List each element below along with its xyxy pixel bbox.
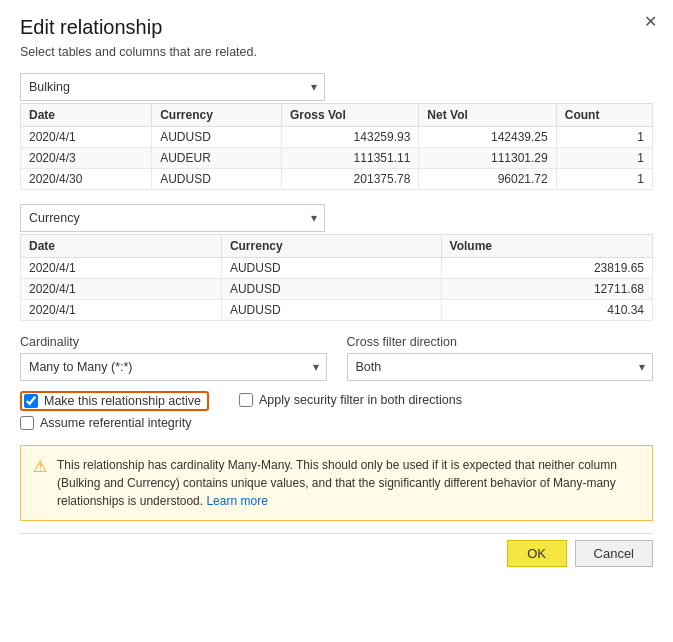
table-cell: 12711.68 (441, 279, 652, 300)
table-cell: 96021.72 (419, 169, 556, 190)
active-checkbox-highlight: Make this relationship active (20, 391, 209, 411)
table-cell: AUDUSD (221, 258, 441, 279)
table-row: 2020/4/1AUDUSD23819.65 (21, 258, 653, 279)
edit-relationship-panel: Edit relationship ✕ Select tables and co… (0, 0, 673, 583)
learn-more-link[interactable]: Learn more (206, 494, 267, 508)
ok-button[interactable]: OK (507, 540, 567, 567)
table-row: 2020/4/1AUDUSD410.34 (21, 300, 653, 321)
table-cell: 410.34 (441, 300, 652, 321)
table1-data-table: Date Currency Gross Vol Net Vol Count 20… (20, 103, 653, 190)
active-checkbox[interactable] (24, 394, 38, 408)
table-cell: 111351.11 (281, 148, 418, 169)
table-cell: 142439.25 (419, 127, 556, 148)
right-checkboxes: Apply security filter in both directions (239, 393, 462, 435)
table-cell: AUDUSD (152, 169, 282, 190)
table-cell: AUDUSD (221, 300, 441, 321)
active-checkbox-label: Make this relationship active (44, 394, 201, 408)
crossfilter-col: Cross filter direction Both (347, 335, 654, 381)
cardinality-col: Cardinality Many to Many (*:*) (20, 335, 327, 381)
crossfilter-dropdown[interactable]: Both (347, 353, 654, 381)
table2-dropdown-wrapper: Currency (20, 204, 325, 232)
table1-col-count: Count (556, 104, 652, 127)
active-checkbox-row: Make this relationship active (20, 391, 209, 411)
warning-icon: ⚠ (33, 457, 47, 476)
table2-dropdown[interactable]: Currency (20, 204, 325, 232)
warning-box: ⚠ This relationship has cardinality Many… (20, 445, 653, 521)
crossfilter-dropdown-wrapper: Both (347, 353, 654, 381)
table2-col-volume: Volume (441, 235, 652, 258)
cardinality-dropdown-wrapper: Many to Many (*:*) (20, 353, 327, 381)
table-cell: 1 (556, 169, 652, 190)
table-row: 2020/4/3AUDEUR111351.11111301.291 (21, 148, 653, 169)
table1-col-currency: Currency (152, 104, 282, 127)
table-cell: AUDUSD (152, 127, 282, 148)
table1-section: Bulking Date Currency Gross Vol Net Vol … (20, 73, 653, 190)
table1-col-netvol: Net Vol (419, 104, 556, 127)
left-checkboxes: Make this relationship active Assume ref… (20, 391, 209, 435)
table-cell: 2020/4/3 (21, 148, 152, 169)
table1-dropdown[interactable]: Bulking (20, 73, 325, 101)
table1-col-date: Date (21, 104, 152, 127)
panel-subtitle: Select tables and columns that are relat… (20, 45, 653, 59)
footer-buttons: OK Cancel (20, 533, 653, 567)
table-cell: 2020/4/1 (21, 127, 152, 148)
checkboxes-section: Make this relationship active Assume ref… (20, 391, 653, 435)
referential-checkbox-row: Assume referential integrity (20, 416, 209, 430)
table2-col-date: Date (21, 235, 222, 258)
table-cell: 201375.78 (281, 169, 418, 190)
table2-data-table: Date Currency Volume 2020/4/1AUDUSD23819… (20, 234, 653, 321)
cardinality-label: Cardinality (20, 335, 327, 349)
crossfilter-label: Cross filter direction (347, 335, 654, 349)
table-cell: 2020/4/1 (21, 258, 222, 279)
table-row: 2020/4/1AUDUSD12711.68 (21, 279, 653, 300)
table2-section: Currency Date Currency Volume 2020/4/1AU… (20, 204, 653, 321)
table1-header-row: Date Currency Gross Vol Net Vol Count (21, 104, 653, 127)
close-button[interactable]: ✕ (644, 14, 657, 30)
security-checkbox-row: Apply security filter in both directions (239, 393, 462, 407)
security-checkbox-label: Apply security filter in both directions (259, 393, 462, 407)
table-cell: 1 (556, 127, 652, 148)
table-row: 2020/4/1AUDUSD143259.93142439.251 (21, 127, 653, 148)
table-row: 2020/4/30AUDUSD201375.7896021.721 (21, 169, 653, 190)
table-cell: 2020/4/1 (21, 300, 222, 321)
security-checkbox[interactable] (239, 393, 253, 407)
table1-col-grossvol: Gross Vol (281, 104, 418, 127)
table-cell: 2020/4/1 (21, 279, 222, 300)
table2-header-row: Date Currency Volume (21, 235, 653, 258)
table-cell: 111301.29 (419, 148, 556, 169)
cancel-button[interactable]: Cancel (575, 540, 653, 567)
referential-checkbox-label: Assume referential integrity (40, 416, 191, 430)
page-title: Edit relationship (20, 16, 653, 39)
cardinality-dropdown[interactable]: Many to Many (*:*) (20, 353, 327, 381)
cardinality-crossfilter-section: Cardinality Many to Many (*:*) Cross fil… (20, 335, 653, 381)
table-cell: 143259.93 (281, 127, 418, 148)
table2-col-currency: Currency (221, 235, 441, 258)
table-cell: 1 (556, 148, 652, 169)
table-cell: AUDUSD (221, 279, 441, 300)
table1-dropdown-wrapper: Bulking (20, 73, 325, 101)
table-cell: 2020/4/30 (21, 169, 152, 190)
referential-checkbox[interactable] (20, 416, 34, 430)
table-cell: AUDEUR (152, 148, 282, 169)
table-cell: 23819.65 (441, 258, 652, 279)
warning-text: This relationship has cardinality Many-M… (57, 456, 640, 510)
